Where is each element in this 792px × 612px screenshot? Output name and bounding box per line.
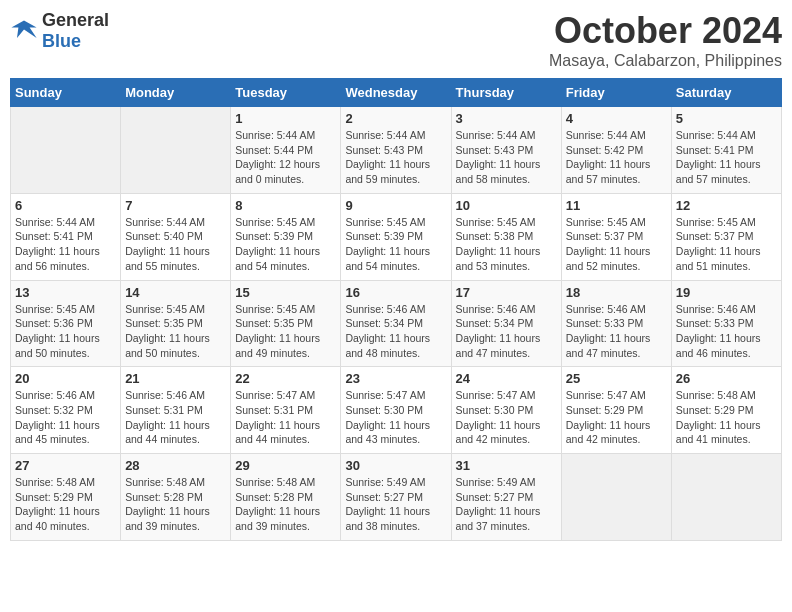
calendar-cell: 25Sunrise: 5:47 AMSunset: 5:29 PMDayligh… — [561, 367, 671, 454]
day-number: 12 — [676, 198, 777, 213]
title-block: October 2024 Masaya, Calabarzon, Philipp… — [549, 10, 782, 70]
calendar-cell: 10Sunrise: 5:45 AMSunset: 5:38 PMDayligh… — [451, 193, 561, 280]
day-info: Sunrise: 5:46 AMSunset: 5:31 PMDaylight:… — [125, 388, 226, 447]
weekday-header-thursday: Thursday — [451, 79, 561, 107]
day-info: Sunrise: 5:46 AMSunset: 5:33 PMDaylight:… — [566, 302, 667, 361]
weekday-header-sunday: Sunday — [11, 79, 121, 107]
day-info: Sunrise: 5:44 AMSunset: 5:41 PMDaylight:… — [676, 128, 777, 187]
week-row-1: 1Sunrise: 5:44 AMSunset: 5:44 PMDaylight… — [11, 107, 782, 194]
page-header: General Blue October 2024 Masaya, Calaba… — [10, 10, 782, 70]
calendar-cell: 11Sunrise: 5:45 AMSunset: 5:37 PMDayligh… — [561, 193, 671, 280]
calendar-cell: 17Sunrise: 5:46 AMSunset: 5:34 PMDayligh… — [451, 280, 561, 367]
weekday-header-row: SundayMondayTuesdayWednesdayThursdayFrid… — [11, 79, 782, 107]
day-number: 5 — [676, 111, 777, 126]
day-info: Sunrise: 5:47 AMSunset: 5:31 PMDaylight:… — [235, 388, 336, 447]
logo-text: General Blue — [42, 10, 109, 52]
calendar-cell: 6Sunrise: 5:44 AMSunset: 5:41 PMDaylight… — [11, 193, 121, 280]
day-info: Sunrise: 5:48 AMSunset: 5:28 PMDaylight:… — [125, 475, 226, 534]
weekday-header-wednesday: Wednesday — [341, 79, 451, 107]
calendar-cell: 28Sunrise: 5:48 AMSunset: 5:28 PMDayligh… — [121, 454, 231, 541]
calendar-cell: 24Sunrise: 5:47 AMSunset: 5:30 PMDayligh… — [451, 367, 561, 454]
day-number: 24 — [456, 371, 557, 386]
week-row-3: 13Sunrise: 5:45 AMSunset: 5:36 PMDayligh… — [11, 280, 782, 367]
day-number: 3 — [456, 111, 557, 126]
day-number: 8 — [235, 198, 336, 213]
day-info: Sunrise: 5:44 AMSunset: 5:42 PMDaylight:… — [566, 128, 667, 187]
day-info: Sunrise: 5:45 AMSunset: 5:39 PMDaylight:… — [345, 215, 446, 274]
calendar-cell: 9Sunrise: 5:45 AMSunset: 5:39 PMDaylight… — [341, 193, 451, 280]
day-number: 9 — [345, 198, 446, 213]
day-number: 13 — [15, 285, 116, 300]
day-info: Sunrise: 5:48 AMSunset: 5:29 PMDaylight:… — [15, 475, 116, 534]
calendar-cell: 12Sunrise: 5:45 AMSunset: 5:37 PMDayligh… — [671, 193, 781, 280]
logo-general: General — [42, 10, 109, 31]
svg-marker-0 — [11, 21, 36, 39]
month-title: October 2024 — [549, 10, 782, 52]
day-info: Sunrise: 5:44 AMSunset: 5:43 PMDaylight:… — [345, 128, 446, 187]
day-info: Sunrise: 5:48 AMSunset: 5:28 PMDaylight:… — [235, 475, 336, 534]
weekday-header-tuesday: Tuesday — [231, 79, 341, 107]
calendar-cell: 29Sunrise: 5:48 AMSunset: 5:28 PMDayligh… — [231, 454, 341, 541]
day-info: Sunrise: 5:45 AMSunset: 5:37 PMDaylight:… — [676, 215, 777, 274]
weekday-header-monday: Monday — [121, 79, 231, 107]
logo: General Blue — [10, 10, 109, 52]
calendar-cell — [671, 454, 781, 541]
day-info: Sunrise: 5:49 AMSunset: 5:27 PMDaylight:… — [345, 475, 446, 534]
day-number: 19 — [676, 285, 777, 300]
day-info: Sunrise: 5:46 AMSunset: 5:33 PMDaylight:… — [676, 302, 777, 361]
calendar-cell: 5Sunrise: 5:44 AMSunset: 5:41 PMDaylight… — [671, 107, 781, 194]
day-number: 27 — [15, 458, 116, 473]
day-number: 30 — [345, 458, 446, 473]
calendar-cell: 4Sunrise: 5:44 AMSunset: 5:42 PMDaylight… — [561, 107, 671, 194]
calendar-cell: 8Sunrise: 5:45 AMSunset: 5:39 PMDaylight… — [231, 193, 341, 280]
day-info: Sunrise: 5:47 AMSunset: 5:29 PMDaylight:… — [566, 388, 667, 447]
day-number: 2 — [345, 111, 446, 126]
day-number: 31 — [456, 458, 557, 473]
day-info: Sunrise: 5:44 AMSunset: 5:40 PMDaylight:… — [125, 215, 226, 274]
weekday-header-saturday: Saturday — [671, 79, 781, 107]
day-info: Sunrise: 5:45 AMSunset: 5:35 PMDaylight:… — [125, 302, 226, 361]
day-info: Sunrise: 5:45 AMSunset: 5:38 PMDaylight:… — [456, 215, 557, 274]
logo-blue-text: Blue — [42, 31, 109, 52]
calendar-cell: 15Sunrise: 5:45 AMSunset: 5:35 PMDayligh… — [231, 280, 341, 367]
calendar-cell: 20Sunrise: 5:46 AMSunset: 5:32 PMDayligh… — [11, 367, 121, 454]
day-info: Sunrise: 5:44 AMSunset: 5:43 PMDaylight:… — [456, 128, 557, 187]
day-number: 18 — [566, 285, 667, 300]
calendar-cell — [561, 454, 671, 541]
calendar-cell: 23Sunrise: 5:47 AMSunset: 5:30 PMDayligh… — [341, 367, 451, 454]
day-number: 22 — [235, 371, 336, 386]
day-info: Sunrise: 5:47 AMSunset: 5:30 PMDaylight:… — [345, 388, 446, 447]
calendar-cell: 1Sunrise: 5:44 AMSunset: 5:44 PMDaylight… — [231, 107, 341, 194]
day-number: 25 — [566, 371, 667, 386]
day-number: 4 — [566, 111, 667, 126]
day-number: 21 — [125, 371, 226, 386]
day-info: Sunrise: 5:46 AMSunset: 5:34 PMDaylight:… — [456, 302, 557, 361]
day-info: Sunrise: 5:45 AMSunset: 5:37 PMDaylight:… — [566, 215, 667, 274]
day-info: Sunrise: 5:45 AMSunset: 5:35 PMDaylight:… — [235, 302, 336, 361]
day-number: 10 — [456, 198, 557, 213]
calendar-cell: 13Sunrise: 5:45 AMSunset: 5:36 PMDayligh… — [11, 280, 121, 367]
day-info: Sunrise: 5:48 AMSunset: 5:29 PMDaylight:… — [676, 388, 777, 447]
day-info: Sunrise: 5:44 AMSunset: 5:41 PMDaylight:… — [15, 215, 116, 274]
day-number: 28 — [125, 458, 226, 473]
day-info: Sunrise: 5:45 AMSunset: 5:36 PMDaylight:… — [15, 302, 116, 361]
calendar-cell: 19Sunrise: 5:46 AMSunset: 5:33 PMDayligh… — [671, 280, 781, 367]
week-row-4: 20Sunrise: 5:46 AMSunset: 5:32 PMDayligh… — [11, 367, 782, 454]
day-info: Sunrise: 5:47 AMSunset: 5:30 PMDaylight:… — [456, 388, 557, 447]
calendar-cell: 3Sunrise: 5:44 AMSunset: 5:43 PMDaylight… — [451, 107, 561, 194]
calendar-cell: 22Sunrise: 5:47 AMSunset: 5:31 PMDayligh… — [231, 367, 341, 454]
day-info: Sunrise: 5:44 AMSunset: 5:44 PMDaylight:… — [235, 128, 336, 187]
calendar-cell: 30Sunrise: 5:49 AMSunset: 5:27 PMDayligh… — [341, 454, 451, 541]
day-number: 1 — [235, 111, 336, 126]
day-info: Sunrise: 5:46 AMSunset: 5:32 PMDaylight:… — [15, 388, 116, 447]
calendar-cell: 18Sunrise: 5:46 AMSunset: 5:33 PMDayligh… — [561, 280, 671, 367]
day-number: 14 — [125, 285, 226, 300]
day-number: 11 — [566, 198, 667, 213]
day-number: 15 — [235, 285, 336, 300]
calendar-cell: 7Sunrise: 5:44 AMSunset: 5:40 PMDaylight… — [121, 193, 231, 280]
week-row-2: 6Sunrise: 5:44 AMSunset: 5:41 PMDaylight… — [11, 193, 782, 280]
calendar-cell — [121, 107, 231, 194]
calendar-cell — [11, 107, 121, 194]
day-number: 29 — [235, 458, 336, 473]
calendar-table: SundayMondayTuesdayWednesdayThursdayFrid… — [10, 78, 782, 541]
